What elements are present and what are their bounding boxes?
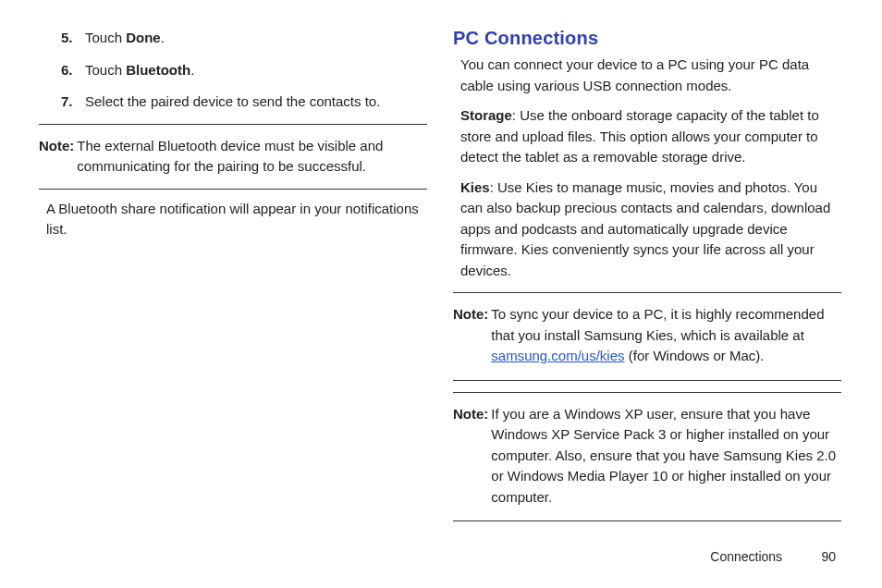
divider bbox=[39, 124, 427, 125]
step-text: Select the paired device to send the con… bbox=[85, 92, 427, 113]
step-number: 7. bbox=[61, 92, 85, 113]
divider bbox=[453, 380, 841, 381]
note-body: To sync your device to a PC, it is highl… bbox=[491, 304, 841, 367]
step-bold: Bluetooth bbox=[126, 62, 190, 78]
step-text: Touch Done. bbox=[85, 28, 427, 49]
note-post: (for Windows or Mac). bbox=[625, 348, 765, 363]
note-body: If you are a Windows XP user, ensure tha… bbox=[491, 404, 841, 508]
step-text: Touch Bluetooth. bbox=[85, 60, 427, 81]
step-5: 5. Touch Done. bbox=[61, 28, 427, 49]
note-label: Note: bbox=[453, 404, 488, 508]
kies-link[interactable]: samsung.com/us/kies bbox=[491, 348, 624, 363]
bluetooth-share-para: A Bluetooth share notification will appe… bbox=[39, 199, 427, 240]
step-suffix: . bbox=[161, 30, 165, 45]
step-7: 7. Select the paired device to send the … bbox=[61, 92, 427, 113]
step-prefix: Touch bbox=[85, 30, 126, 45]
kies-body: : Use Kies to manage music, movies and p… bbox=[460, 179, 830, 278]
step-number: 6. bbox=[61, 60, 85, 81]
note-windows-xp: Note: If you are a Windows XP user, ensu… bbox=[453, 402, 841, 510]
divider bbox=[453, 292, 841, 293]
divider bbox=[453, 521, 841, 521]
note-label: Note: bbox=[39, 136, 74, 178]
kies-label: Kies bbox=[460, 179, 490, 195]
step-number: 5. bbox=[61, 28, 85, 49]
note-bluetooth: Note: The external Bluetooth device must… bbox=[39, 134, 427, 179]
storage-label: Storage bbox=[460, 107, 512, 123]
divider bbox=[453, 392, 841, 393]
step-suffix: . bbox=[190, 62, 194, 78]
footer-page-number: 90 bbox=[801, 549, 836, 564]
footer-section: Connections bbox=[710, 549, 782, 564]
divider bbox=[39, 189, 427, 190]
note-kies-sync: Note: To sync your device to a PC, it is… bbox=[453, 302, 841, 369]
step-prefix: Touch bbox=[85, 62, 126, 78]
page-columns: 5. Touch Done. 6. Touch Bluetooth. 7. Se… bbox=[39, 28, 843, 531]
storage-body: : Use the onboard storage capacity of th… bbox=[460, 107, 819, 165]
page-footer: Connections 90 bbox=[710, 549, 836, 564]
step-6: 6. Touch Bluetooth. bbox=[61, 60, 427, 81]
intro-para: You can connect your device to a PC usin… bbox=[453, 55, 841, 96]
note-pre: To sync your device to a PC, it is highl… bbox=[491, 306, 824, 343]
step-bold: Done bbox=[126, 30, 161, 45]
section-header-pc-connections: PC Connections bbox=[453, 28, 841, 49]
kies-para: Kies: Use Kies to manage music, movies a… bbox=[453, 178, 841, 282]
right-column: PC Connections You can connect your devi… bbox=[453, 28, 841, 531]
steps-list: 5. Touch Done. 6. Touch Bluetooth. 7. Se… bbox=[39, 28, 427, 113]
note-label: Note: bbox=[453, 304, 488, 367]
note-body: The external Bluetooth device must be vi… bbox=[77, 136, 427, 178]
left-column: 5. Touch Done. 6. Touch Bluetooth. 7. Se… bbox=[39, 28, 427, 531]
storage-para: Storage: Use the onboard storage capacit… bbox=[453, 105, 841, 168]
